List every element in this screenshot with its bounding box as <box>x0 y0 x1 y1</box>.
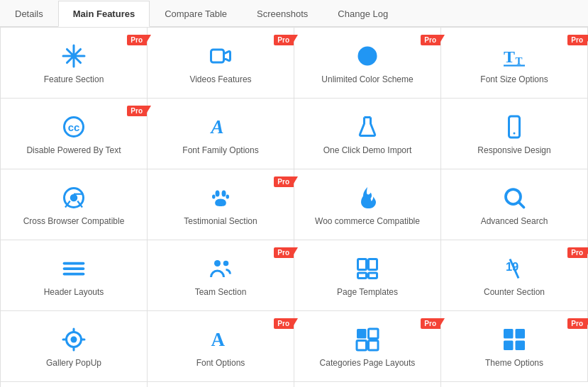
feature-cell-3: ProTTFont Size Options <box>441 28 588 99</box>
svg-point-23 <box>214 260 221 267</box>
pro-badge: Pro <box>274 318 294 329</box>
pro-badge: Pro <box>127 106 147 116</box>
cell-label: Disable Powered By Text <box>26 145 121 157</box>
tab-change-log[interactable]: Change Log <box>323 1 403 27</box>
feature-cell-18: ProCategories Page Layouts <box>294 311 441 382</box>
pro-badge: Pro <box>567 35 587 45</box>
feature-cell-1: ProVideos Features <box>148 28 294 99</box>
tabs-bar: DetailsMain FeaturesCompare TableScreens… <box>0 0 588 27</box>
chrome-icon <box>61 185 87 211</box>
cell-label: Woo commerce Compatible <box>315 216 420 228</box>
feature-cell-20: Custom Widget (Limited) <box>1 382 148 387</box>
cell-label: Videos Features <box>189 74 251 86</box>
feature-cell-22: ProArchive Page Layouts <box>294 382 441 387</box>
pro-badge: Pro <box>274 35 294 45</box>
cell-label: Font Size Options <box>480 74 548 86</box>
feature-cell-8: Cross Browser Compatible <box>1 169 148 240</box>
svg-point-24 <box>223 260 229 266</box>
pro-badge: Pro <box>274 176 294 187</box>
circle-icon <box>355 43 380 69</box>
pro-badge: Pro <box>421 318 440 329</box>
cell-label: Advanced Search <box>481 216 548 228</box>
feature-cell-4: ProccDisable Powered By Text <box>1 99 148 169</box>
feature-cell-12: Header Layouts <box>1 240 148 311</box>
pro-badge: Pro <box>274 247 294 258</box>
svg-rect-40 <box>369 329 379 339</box>
svg-rect-41 <box>357 340 367 350</box>
svg-text:A: A <box>210 116 224 138</box>
svg-point-16 <box>212 194 216 198</box>
tab-compare-table[interactable]: Compare Table <box>150 1 242 27</box>
team-icon <box>208 256 233 281</box>
menu-icon <box>61 256 87 281</box>
fire-icon <box>355 185 380 211</box>
feature-cell-15: Pro19Counter Section <box>441 240 588 311</box>
feature-cell-13: ProTeam Section <box>148 240 294 311</box>
snowflake-icon <box>61 43 87 69</box>
mobile-icon <box>501 114 527 140</box>
svg-point-8 <box>514 132 516 134</box>
feature-cell-7: Responsive Design <box>441 99 588 169</box>
tab-screenshots[interactable]: Screenshots <box>242 1 323 27</box>
cell-label: Font Family Options <box>182 145 258 157</box>
cell-label: Counter Section <box>484 287 545 298</box>
cell-label: Font Options <box>196 358 245 369</box>
feature-cell-6: One Click Demo Import <box>294 99 441 169</box>
feature-cell-16: Gallery PopUp <box>1 311 148 382</box>
gallery-icon <box>61 327 87 352</box>
svg-text:cc: cc <box>68 121 80 133</box>
font-size-icon: TT <box>501 43 527 69</box>
svg-text:A: A <box>211 329 226 350</box>
feature-cell-21: Custom Widgets <box>148 382 294 387</box>
svg-rect-42 <box>369 340 379 350</box>
feature-cell-17: ProAFont Options <box>148 311 294 382</box>
video-icon <box>208 43 233 69</box>
feature-cell-2: ProUnlimited Color Scheme <box>294 28 441 99</box>
feature-cell-0: ProFeature Section <box>1 28 148 99</box>
feature-cell-14: Page Templates <box>294 240 441 311</box>
svg-rect-26 <box>369 259 377 269</box>
svg-rect-46 <box>516 340 526 350</box>
svg-rect-45 <box>504 340 514 350</box>
pro-badge: Pro <box>567 318 587 329</box>
cell-label: Feature Section <box>44 74 104 86</box>
cc-icon: cc <box>61 114 87 140</box>
svg-rect-28 <box>369 273 377 279</box>
feature-cell-5: AFont Family Options <box>148 99 294 169</box>
svg-point-0 <box>358 46 377 65</box>
svg-rect-44 <box>516 329 526 339</box>
feature-cell-19: ProTheme Options <box>441 311 588 382</box>
paw-icon <box>208 185 233 211</box>
pro-badge: Pro <box>127 35 147 45</box>
svg-point-32 <box>71 336 77 342</box>
svg-point-14 <box>216 190 220 196</box>
cell-label: Team Section <box>195 287 247 298</box>
pro-badge: Pro <box>421 35 440 45</box>
flask-icon <box>355 114 380 140</box>
cell-label: Page Templates <box>337 287 398 298</box>
feature-cell-9: ProTestimonial Section <box>148 169 294 240</box>
search-icon <box>501 185 527 211</box>
font-options-icon: A <box>208 327 233 352</box>
theme-icon <box>501 327 527 352</box>
tab-main-features[interactable]: Main Features <box>58 1 150 27</box>
feature-cell-10: Woo commerce Compatible <box>294 169 441 240</box>
tab-details[interactable]: Details <box>0 1 58 27</box>
svg-rect-27 <box>358 273 367 279</box>
svg-point-10 <box>70 194 78 201</box>
counter-icon: 19 <box>501 256 527 281</box>
svg-rect-43 <box>504 329 514 339</box>
categories-icon <box>355 327 380 352</box>
cell-label: Unlimited Color Scheme <box>321 74 413 86</box>
svg-text:T: T <box>504 47 515 66</box>
svg-point-15 <box>222 190 226 196</box>
cell-label: Categories Page Layouts <box>320 358 416 369</box>
feature-cell-11: Advanced Search <box>441 169 588 240</box>
cell-label: Gallery PopUp <box>46 358 101 369</box>
cell-label: Testimonial Section <box>184 216 257 228</box>
svg-line-19 <box>519 202 524 207</box>
cell-label: Header Layouts <box>44 287 104 298</box>
svg-rect-39 <box>357 329 367 339</box>
svg-point-17 <box>226 194 230 198</box>
cell-label: Responsive Design <box>477 145 550 157</box>
